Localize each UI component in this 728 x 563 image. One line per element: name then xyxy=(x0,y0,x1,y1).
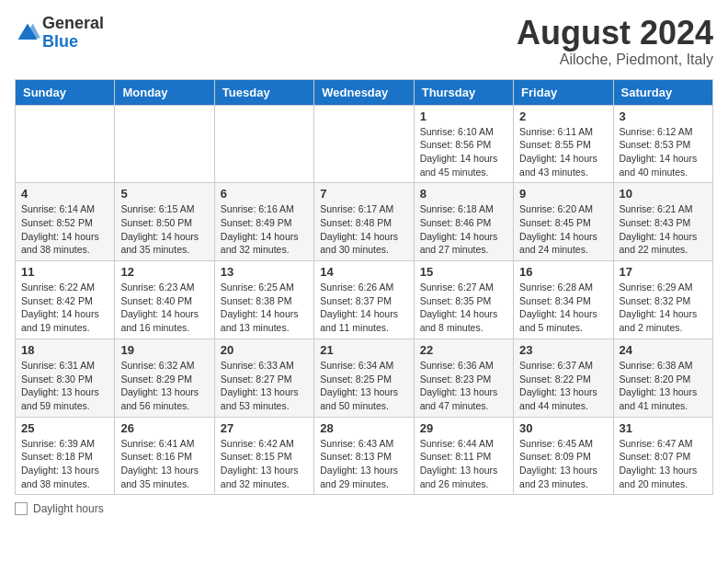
calendar-cell: 2Sunrise: 6:11 AM Sunset: 8:55 PM Daylig… xyxy=(514,105,613,183)
calendar-cell: 4Sunrise: 6:14 AM Sunset: 8:52 PM Daylig… xyxy=(16,183,115,261)
header-day-tuesday: Tuesday xyxy=(214,79,313,105)
day-number: 6 xyxy=(221,187,308,201)
day-number: 24 xyxy=(620,343,707,357)
calendar-cell: 18Sunrise: 6:31 AM Sunset: 8:30 PM Dayli… xyxy=(16,339,115,417)
day-info: Sunrise: 6:27 AM Sunset: 8:35 PM Dayligh… xyxy=(420,281,507,335)
day-info: Sunrise: 6:41 AM Sunset: 8:16 PM Dayligh… xyxy=(120,437,208,491)
day-number: 20 xyxy=(221,343,308,357)
day-number: 29 xyxy=(420,421,507,435)
calendar-cell: 13Sunrise: 6:25 AM Sunset: 8:38 PM Dayli… xyxy=(214,261,313,339)
day-info: Sunrise: 6:42 AM Sunset: 8:15 PM Dayligh… xyxy=(221,437,308,491)
day-number: 30 xyxy=(519,421,607,435)
day-number: 31 xyxy=(620,421,707,435)
day-info: Sunrise: 6:21 AM Sunset: 8:43 PM Dayligh… xyxy=(620,202,707,257)
main-title: August 2024 xyxy=(517,15,713,52)
logo-blue: Blue xyxy=(42,33,104,52)
day-number: 9 xyxy=(519,187,607,201)
header-day-monday: Monday xyxy=(115,79,214,105)
day-number: 15 xyxy=(420,265,507,279)
day-info: Sunrise: 6:28 AM Sunset: 8:34 PM Dayligh… xyxy=(519,281,607,335)
day-number: 14 xyxy=(320,265,407,279)
day-number: 21 xyxy=(320,343,407,357)
calendar-cell: 5Sunrise: 6:15 AM Sunset: 8:50 PM Daylig… xyxy=(115,183,214,261)
title-area: August 2024 Ailoche, Piedmont, Italy xyxy=(517,15,713,68)
calendar-cell xyxy=(314,105,414,183)
day-info: Sunrise: 6:31 AM Sunset: 8:30 PM Dayligh… xyxy=(21,359,108,413)
calendar-cell: 23Sunrise: 6:37 AM Sunset: 8:22 PM Dayli… xyxy=(514,339,613,417)
calendar-cell: 15Sunrise: 6:27 AM Sunset: 8:35 PM Dayli… xyxy=(414,261,513,339)
calendar-cell: 16Sunrise: 6:28 AM Sunset: 8:34 PM Dayli… xyxy=(514,261,613,339)
subtitle: Ailoche, Piedmont, Italy xyxy=(517,52,713,68)
calendar-header: SundayMondayTuesdayWednesdayThursdayFrid… xyxy=(16,79,713,105)
day-info: Sunrise: 6:39 AM Sunset: 8:18 PM Dayligh… xyxy=(21,437,108,491)
day-number: 26 xyxy=(120,421,208,435)
day-number: 19 xyxy=(120,343,208,357)
footer-box xyxy=(15,502,28,515)
day-info: Sunrise: 6:11 AM Sunset: 8:55 PM Dayligh… xyxy=(519,125,607,179)
header-day-wednesday: Wednesday xyxy=(314,79,414,105)
calendar-cell xyxy=(214,105,313,183)
calendar-cell: 31Sunrise: 6:47 AM Sunset: 8:07 PM Dayli… xyxy=(613,417,712,495)
day-info: Sunrise: 6:43 AM Sunset: 8:13 PM Dayligh… xyxy=(320,437,407,491)
day-number: 4 xyxy=(21,187,108,201)
week-row-2: 11Sunrise: 6:22 AM Sunset: 8:42 PM Dayli… xyxy=(16,261,713,339)
day-number: 17 xyxy=(620,265,707,279)
day-info: Sunrise: 6:23 AM Sunset: 8:40 PM Dayligh… xyxy=(120,281,208,335)
day-number: 28 xyxy=(320,421,407,435)
calendar-cell: 19Sunrise: 6:32 AM Sunset: 8:29 PM Dayli… xyxy=(115,339,214,417)
header-day-sunday: Sunday xyxy=(16,79,115,105)
calendar-cell: 28Sunrise: 6:43 AM Sunset: 8:13 PM Dayli… xyxy=(314,417,414,495)
day-info: Sunrise: 6:26 AM Sunset: 8:37 PM Dayligh… xyxy=(320,281,407,335)
calendar-cell: 6Sunrise: 6:16 AM Sunset: 8:49 PM Daylig… xyxy=(214,183,313,261)
day-number: 1 xyxy=(420,109,507,123)
day-number: 3 xyxy=(620,109,707,123)
logo: General Blue xyxy=(15,15,104,52)
week-row-4: 25Sunrise: 6:39 AM Sunset: 8:18 PM Dayli… xyxy=(16,417,713,495)
calendar-cell: 1Sunrise: 6:10 AM Sunset: 8:56 PM Daylig… xyxy=(414,105,513,183)
header-day-friday: Friday xyxy=(514,79,613,105)
day-number: 25 xyxy=(21,421,108,435)
calendar-cell: 26Sunrise: 6:41 AM Sunset: 8:16 PM Dayli… xyxy=(115,417,214,495)
day-info: Sunrise: 6:20 AM Sunset: 8:45 PM Dayligh… xyxy=(519,202,607,257)
day-number: 23 xyxy=(519,343,607,357)
calendar-cell xyxy=(16,105,115,183)
day-info: Sunrise: 6:45 AM Sunset: 8:09 PM Dayligh… xyxy=(519,437,607,491)
calendar-cell: 8Sunrise: 6:18 AM Sunset: 8:46 PM Daylig… xyxy=(414,183,513,261)
calendar-cell: 20Sunrise: 6:33 AM Sunset: 8:27 PM Dayli… xyxy=(214,339,313,417)
day-number: 2 xyxy=(519,109,607,123)
week-row-0: 1Sunrise: 6:10 AM Sunset: 8:56 PM Daylig… xyxy=(16,105,713,183)
header-day-saturday: Saturday xyxy=(613,79,712,105)
day-number: 7 xyxy=(320,187,407,201)
calendar-cell: 25Sunrise: 6:39 AM Sunset: 8:18 PM Dayli… xyxy=(16,417,115,495)
calendar-cell xyxy=(115,105,214,183)
logo-icon xyxy=(15,20,40,46)
day-info: Sunrise: 6:22 AM Sunset: 8:42 PM Dayligh… xyxy=(21,281,108,335)
logo-text: General Blue xyxy=(42,15,104,52)
day-number: 5 xyxy=(120,187,208,201)
calendar-cell: 17Sunrise: 6:29 AM Sunset: 8:32 PM Dayli… xyxy=(613,261,712,339)
header-row: SundayMondayTuesdayWednesdayThursdayFrid… xyxy=(16,79,713,105)
day-number: 8 xyxy=(420,187,507,201)
day-info: Sunrise: 6:36 AM Sunset: 8:23 PM Dayligh… xyxy=(420,359,507,413)
calendar-cell: 30Sunrise: 6:45 AM Sunset: 8:09 PM Dayli… xyxy=(514,417,613,495)
day-info: Sunrise: 6:15 AM Sunset: 8:50 PM Dayligh… xyxy=(120,202,208,257)
footer-label: Daylight hours xyxy=(33,502,104,515)
calendar-cell: 21Sunrise: 6:34 AM Sunset: 8:25 PM Dayli… xyxy=(314,339,414,417)
day-info: Sunrise: 6:18 AM Sunset: 8:46 PM Dayligh… xyxy=(420,202,507,257)
header: General Blue August 2024 Ailoche, Piedmo… xyxy=(15,15,713,68)
calendar-cell: 29Sunrise: 6:44 AM Sunset: 8:11 PM Dayli… xyxy=(414,417,513,495)
calendar-cell: 9Sunrise: 6:20 AM Sunset: 8:45 PM Daylig… xyxy=(514,183,613,261)
day-info: Sunrise: 6:10 AM Sunset: 8:56 PM Dayligh… xyxy=(420,125,507,179)
calendar-cell: 11Sunrise: 6:22 AM Sunset: 8:42 PM Dayli… xyxy=(16,261,115,339)
day-info: Sunrise: 6:33 AM Sunset: 8:27 PM Dayligh… xyxy=(221,359,308,413)
day-number: 11 xyxy=(21,265,108,279)
day-info: Sunrise: 6:38 AM Sunset: 8:20 PM Dayligh… xyxy=(620,359,707,413)
day-number: 27 xyxy=(221,421,308,435)
day-info: Sunrise: 6:25 AM Sunset: 8:38 PM Dayligh… xyxy=(221,281,308,335)
calendar-cell: 7Sunrise: 6:17 AM Sunset: 8:48 PM Daylig… xyxy=(314,183,414,261)
day-number: 22 xyxy=(420,343,507,357)
day-info: Sunrise: 6:44 AM Sunset: 8:11 PM Dayligh… xyxy=(420,437,507,491)
calendar-cell: 27Sunrise: 6:42 AM Sunset: 8:15 PM Dayli… xyxy=(214,417,313,495)
day-number: 13 xyxy=(221,265,308,279)
week-row-3: 18Sunrise: 6:31 AM Sunset: 8:30 PM Dayli… xyxy=(16,339,713,417)
